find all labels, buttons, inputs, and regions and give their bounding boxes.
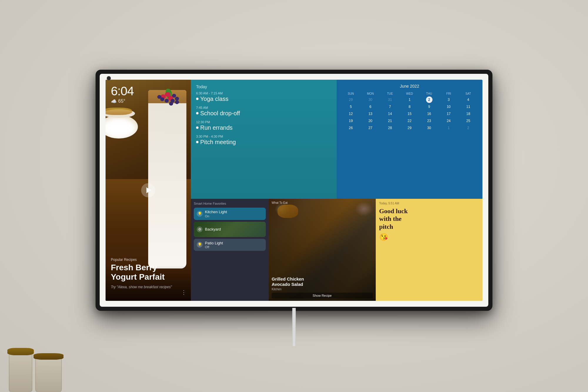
sticky-emoji: 😘 — [379, 233, 479, 241]
pitch-time: 3:30 PM - 4:30 PM — [196, 135, 331, 138]
cal-day[interactable]: 20 — [367, 118, 374, 124]
cal-day[interactable]: 2 — [465, 125, 472, 131]
recipe-label: Popular Recipes — [111, 258, 186, 262]
calendar-grid: SUN MON TUE WED THU FRI SAT 29 30 31 1 — [341, 91, 478, 131]
event-pitch[interactable]: 3:30 PM - 4:30 PM Pitch meeting — [196, 135, 331, 146]
backyard-icon: ⚙ — [197, 226, 203, 232]
cal-day[interactable]: 17 — [445, 111, 452, 117]
cal-day[interactable]: 9 — [426, 104, 432, 110]
play-button[interactable] — [141, 183, 155, 197]
cal-day[interactable]: 21 — [387, 118, 393, 124]
day-thu: THU — [420, 91, 439, 96]
patio-light-icon: 💡 — [197, 242, 203, 248]
what-to-eat-card[interactable]: What To Eat Grilled ChickenAvocado Salad… — [269, 199, 376, 301]
event-errands[interactable]: 12:30 PM Run errands — [196, 120, 331, 131]
cal-day[interactable]: 25 — [465, 118, 472, 124]
device-info-patio: Patio Light Off — [205, 241, 223, 249]
event-dot-4 — [196, 141, 198, 143]
cal-day[interactable]: 29 — [348, 96, 354, 103]
bottom-row: Smart Home Favorites 💡 Kitchen Light On — [191, 199, 482, 301]
cal-day[interactable]: 8 — [406, 104, 413, 110]
cal-day[interactable]: 1 — [406, 96, 413, 103]
cal-day[interactable]: 23 — [426, 118, 432, 124]
event-dot — [196, 98, 198, 100]
kitchen-jars — [0, 333, 82, 392]
time-display: 6:04 ☁️ 65° — [111, 85, 134, 104]
cal-day[interactable]: 24 — [445, 118, 452, 124]
clock: 6:04 — [111, 85, 134, 97]
sticky-timestamp: Today, 5:51 AM — [379, 202, 479, 205]
pitch-name: Pitch meeting — [196, 139, 331, 146]
cal-day[interactable]: 4 — [465, 96, 472, 103]
smart-home-label: Smart Home Favorites — [194, 202, 266, 205]
day-sun: SUN — [341, 91, 360, 96]
event-school[interactable]: 7:45 AM School drop-off — [196, 106, 331, 117]
cal-day[interactable]: 13 — [367, 111, 374, 117]
cal-day[interactable]: 5 — [348, 104, 354, 110]
cal-day[interactable]: 15 — [406, 111, 413, 117]
patio-light-device[interactable]: 💡 Patio Light Off — [194, 239, 266, 251]
cal-day[interactable]: 3 — [445, 96, 452, 103]
cal-day[interactable]: 16 — [426, 111, 432, 117]
alexa-hint: Try "Alexa, show me breakfast recipes" — [111, 285, 186, 289]
more-options[interactable]: ⋮ — [181, 289, 187, 296]
tv-frame: 6:04 ☁️ 65° Popular Recipes Fresh BerryY… — [96, 70, 492, 311]
today-label: Today — [196, 84, 331, 89]
show-recipe-button[interactable]: Show Recipe — [272, 293, 373, 298]
weather-display: ☁️ 65° — [111, 99, 134, 104]
cal-day[interactable]: 28 — [387, 125, 393, 131]
event-dot-2 — [196, 112, 198, 114]
smart-home-pane: Smart Home Favorites 💡 Kitchen Light On — [191, 199, 269, 301]
cal-day[interactable]: 27 — [367, 125, 374, 131]
cal-day[interactable]: 19 — [348, 118, 354, 124]
device-info-backyard: Backyard — [205, 227, 221, 232]
camera-dot — [107, 76, 111, 80]
day-mon: MON — [361, 91, 380, 96]
sticky-message: Good luckwith thepitch — [379, 207, 479, 231]
schedule-calendar-section: Today 6:30 AM - 7:15 AM Yoga class 7:45 … — [191, 80, 482, 199]
recipe-title: Fresh BerryYogurt Parfait — [111, 263, 186, 282]
cal-day[interactable]: 10 — [445, 104, 452, 110]
screen: 6:04 ☁️ 65° Popular Recipes Fresh BerryY… — [106, 80, 482, 301]
school-name: School drop-off — [196, 110, 331, 117]
day-tue: TUE — [380, 91, 400, 96]
cal-day[interactable]: 30 — [367, 96, 374, 103]
cal-day[interactable]: 7 — [387, 104, 393, 110]
cal-day[interactable]: 22 — [406, 118, 413, 124]
cal-day[interactable]: 26 — [348, 125, 354, 131]
cal-day[interactable]: 1 — [445, 125, 452, 131]
event-yoga[interactable]: 6:30 AM - 7:15 AM Yoga class — [196, 91, 331, 102]
yoga-time: 6:30 AM - 7:15 AM — [196, 91, 331, 95]
what-to-eat-label: What To Eat — [272, 201, 288, 204]
cal-day[interactable]: 31 — [387, 96, 393, 103]
sticky-note: Today, 5:51 AM Good luckwith thepitch 😘 — [376, 199, 483, 301]
day-sat: SAT — [459, 91, 478, 96]
errands-name: Run errands — [196, 124, 331, 131]
cal-day[interactable]: 6 — [367, 104, 374, 110]
cal-day[interactable]: 14 — [387, 111, 393, 117]
cal-day-today[interactable]: 2 — [426, 96, 432, 103]
recipe-card-content: Grilled ChickenAvocado Salad Kitchen Sho… — [269, 274, 376, 301]
cal-day[interactable]: 18 — [465, 111, 472, 117]
light-icon: 💡 — [197, 211, 203, 217]
what-to-eat-header: What To Eat — [272, 201, 288, 204]
errands-time: 12:30 PM — [196, 120, 331, 124]
kitchen-light-name: Kitchen Light — [205, 210, 227, 214]
recipe-card-title: Grilled ChickenAvocado Salad — [272, 276, 373, 287]
backyard-label: ⚙ Backyard — [194, 222, 224, 237]
backyard-name: Backyard — [205, 227, 221, 232]
schedule-pane: Today 6:30 AM - 7:15 AM Yoga class 7:45 … — [191, 80, 337, 199]
calendar-month: June 2022 — [341, 84, 478, 89]
cal-day[interactable]: 30 — [426, 125, 432, 131]
backyard-device[interactable]: ⚙ Backyard — [194, 222, 266, 237]
recipe-info: Popular Recipes Fresh BerryYogurt Parfai… — [111, 258, 186, 289]
kitchen-light-device[interactable]: 💡 Kitchen Light On — [194, 208, 266, 220]
patio-light-name: Patio Light — [205, 241, 223, 246]
temperature: 65° — [118, 99, 125, 104]
cal-day[interactable]: 29 — [406, 125, 413, 131]
day-fri: FRI — [439, 91, 458, 96]
cal-day[interactable]: 11 — [465, 104, 472, 110]
day-wed: WED — [400, 91, 419, 96]
cal-day[interactable]: 12 — [348, 111, 354, 117]
tv-bezel: 6:04 ☁️ 65° Popular Recipes Fresh BerryY… — [100, 74, 488, 307]
